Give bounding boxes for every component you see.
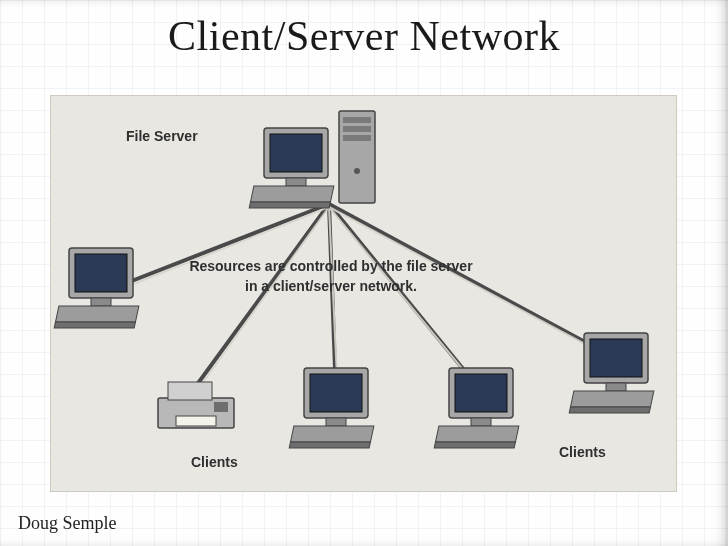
- file-server-icon: [249, 128, 334, 208]
- clients-label-right: Clients: [559, 444, 606, 460]
- client-workstation-icon: [289, 368, 374, 448]
- client-workstation-icon: [434, 368, 519, 448]
- svg-line-20: [198, 207, 329, 389]
- slide: Client/Server Network: [0, 0, 728, 546]
- slide-title: Client/Server Network: [0, 12, 728, 60]
- network-diagram: File Server Resources are controlled by …: [50, 95, 677, 492]
- clients-label-left: Clients: [191, 454, 238, 470]
- client-workstation-icon: [54, 248, 139, 328]
- slide-footer: Doug Semple: [18, 513, 117, 534]
- svg-line-22: [329, 207, 483, 394]
- diagram-caption-line1: Resources are controlled by the file ser…: [141, 258, 521, 274]
- client-workstation-icon: [569, 333, 654, 413]
- diagram-caption-line2: in a client/server network.: [141, 278, 521, 294]
- file-server-label: File Server: [126, 128, 198, 144]
- server-tower-icon: [339, 111, 375, 203]
- client-printer-icon: [158, 382, 234, 428]
